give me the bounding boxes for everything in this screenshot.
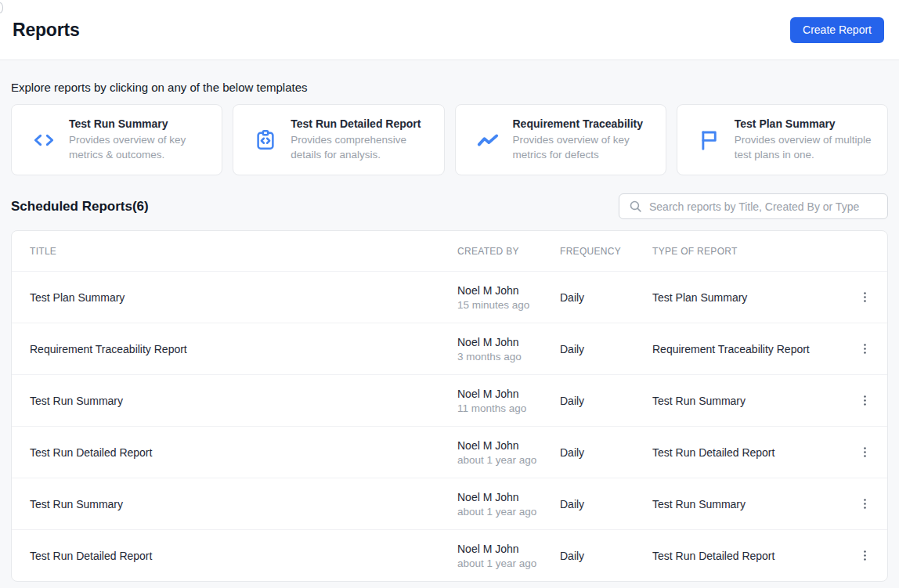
code-brackets-icon bbox=[32, 128, 56, 152]
report-title-cell[interactable]: Test Run Detailed Report bbox=[30, 550, 457, 562]
trend-line-icon bbox=[476, 128, 500, 152]
scheduled-reports-heading: Scheduled Reports(6) bbox=[11, 199, 149, 215]
report-type-cell: Test Run Detailed Report bbox=[652, 446, 842, 459]
card-text: Requirement Traceability Provides overvi… bbox=[513, 117, 658, 162]
create-report-button[interactable]: Create Report bbox=[790, 17, 884, 43]
search-input[interactable] bbox=[649, 200, 879, 213]
search-box[interactable] bbox=[619, 193, 888, 219]
created-by-cell: Noel M John about 1 year ago bbox=[457, 491, 560, 518]
created-by-name: Noel M John bbox=[457, 543, 560, 555]
explore-templates-text: Explore reports by clicking on any of th… bbox=[11, 60, 888, 94]
template-cards: Test Run Summary Provides overview of ke… bbox=[11, 104, 888, 175]
column-header-frequency: FREQUENCY bbox=[560, 246, 652, 257]
table-row: Test Run Detailed Report Noel M John abo… bbox=[12, 529, 887, 581]
created-by-name: Noel M John bbox=[457, 491, 560, 503]
card-description: Provides overview of key metrics for def… bbox=[513, 132, 658, 162]
row-actions-cell bbox=[842, 545, 887, 567]
page-header: Reports Create Report bbox=[0, 0, 899, 60]
row-menu-button[interactable] bbox=[854, 545, 876, 567]
table-row: Test Run Detailed Report Noel M John abo… bbox=[12, 426, 887, 478]
frequency-cell: Daily bbox=[560, 343, 652, 355]
row-actions-cell bbox=[842, 338, 887, 360]
created-time: 15 minutes ago bbox=[457, 299, 560, 311]
table-row: Requirement Traceability Report Noel M J… bbox=[12, 323, 887, 374]
frequency-cell: Daily bbox=[560, 395, 652, 407]
card-title: Test Run Summary bbox=[69, 117, 214, 130]
card-title: Test Plan Summary bbox=[735, 117, 879, 130]
card-description: Provides overview of key metrics & outco… bbox=[69, 132, 214, 162]
created-time: 3 months ago bbox=[457, 351, 560, 363]
row-menu-button[interactable] bbox=[854, 287, 876, 308]
created-by-cell: Noel M John 11 months ago bbox=[457, 388, 560, 414]
frequency-cell: Daily bbox=[560, 550, 652, 562]
card-text: Test Run Detailed Report Provides compre… bbox=[291, 117, 435, 162]
flag-icon bbox=[698, 128, 721, 152]
created-time: about 1 year ago bbox=[457, 454, 560, 466]
card-title: Test Run Detailed Report bbox=[291, 117, 435, 130]
row-menu-button[interactable] bbox=[854, 493, 876, 515]
report-type-cell: Test Run Detailed Report bbox=[652, 550, 842, 562]
card-text: Test Plan Summary Provides overview of m… bbox=[735, 117, 879, 162]
created-by-cell: Noel M John about 1 year ago bbox=[457, 439, 560, 466]
report-title-cell[interactable]: Test Run Summary bbox=[30, 498, 457, 510]
card-description: Provides comprehensive details for analy… bbox=[291, 132, 435, 162]
row-menu-button[interactable] bbox=[854, 338, 876, 360]
template-card-test-plan-summary[interactable]: Test Plan Summary Provides overview of m… bbox=[677, 104, 888, 175]
table-row: Test Run Summary Noel M John about 1 yea… bbox=[12, 478, 887, 529]
frequency-cell: Daily bbox=[560, 446, 652, 459]
column-header-created-by: CREATED BY bbox=[457, 246, 560, 257]
report-title-cell[interactable]: Test Plan Summary bbox=[30, 291, 457, 304]
row-actions-cell bbox=[842, 287, 887, 308]
table-header-row: TITLE CREATED BY FREQUENCY TYPE OF REPOR… bbox=[12, 231, 887, 271]
row-menu-button[interactable] bbox=[854, 390, 876, 412]
card-title: Requirement Traceability bbox=[513, 117, 658, 130]
row-actions-cell bbox=[842, 390, 887, 412]
created-by-name: Noel M John bbox=[457, 388, 560, 400]
created-by-name: Noel M John bbox=[457, 336, 560, 348]
template-card-requirement-traceability[interactable]: Requirement Traceability Provides overvi… bbox=[455, 104, 666, 175]
scheduled-reports-bar: Scheduled Reports(6) bbox=[11, 193, 888, 219]
created-by-cell: Noel M John 3 months ago bbox=[457, 336, 560, 363]
created-by-name: Noel M John bbox=[457, 284, 560, 297]
report-type-cell: Test Run Summary bbox=[652, 498, 842, 510]
row-actions-cell bbox=[842, 493, 887, 515]
row-menu-button[interactable] bbox=[854, 442, 876, 464]
template-card-test-run-summary[interactable]: Test Run Summary Provides overview of ke… bbox=[11, 104, 222, 175]
report-type-cell: Test Plan Summary bbox=[652, 291, 842, 304]
template-card-test-run-detailed-report[interactable]: Test Run Detailed Report Provides compre… bbox=[233, 104, 444, 175]
card-text: Test Run Summary Provides overview of ke… bbox=[69, 117, 214, 162]
frequency-cell: Daily bbox=[560, 291, 652, 304]
report-type-cell: Test Run Summary bbox=[652, 395, 842, 407]
table-body: Test Plan Summary Noel M John 15 minutes… bbox=[12, 271, 887, 581]
page-title: Reports bbox=[13, 20, 80, 41]
table-row: Test Plan Summary Noel M John 15 minutes… bbox=[12, 271, 887, 323]
created-time: about 1 year ago bbox=[457, 506, 560, 518]
table-row: Test Run Summary Noel M John 11 months a… bbox=[12, 374, 887, 426]
page-content: Explore reports by clicking on any of th… bbox=[0, 60, 899, 582]
report-title-cell[interactable]: Test Run Summary bbox=[30, 395, 457, 407]
created-by-cell: Noel M John 15 minutes ago bbox=[457, 284, 560, 311]
report-title-cell[interactable]: Test Run Detailed Report bbox=[30, 446, 457, 459]
frequency-cell: Daily bbox=[560, 498, 652, 510]
created-by-name: Noel M John bbox=[457, 439, 560, 452]
card-description: Provides overview of multiple test plans… bbox=[735, 132, 879, 162]
search-icon bbox=[629, 200, 642, 213]
column-header-type-of-report: TYPE OF REPORT bbox=[652, 246, 842, 257]
report-title-cell[interactable]: Requirement Traceability Report bbox=[30, 343, 457, 355]
report-type-cell: Requirement Traceability Report bbox=[652, 343, 842, 355]
scheduled-reports-table: TITLE CREATED BY FREQUENCY TYPE OF REPOR… bbox=[11, 230, 888, 582]
created-time: 11 months ago bbox=[457, 402, 560, 414]
row-actions-cell bbox=[842, 442, 887, 464]
created-time: about 1 year ago bbox=[457, 557, 560, 569]
clipboard-code-icon bbox=[254, 128, 277, 152]
created-by-cell: Noel M John about 1 year ago bbox=[457, 543, 560, 569]
column-header-title: TITLE bbox=[30, 246, 457, 257]
